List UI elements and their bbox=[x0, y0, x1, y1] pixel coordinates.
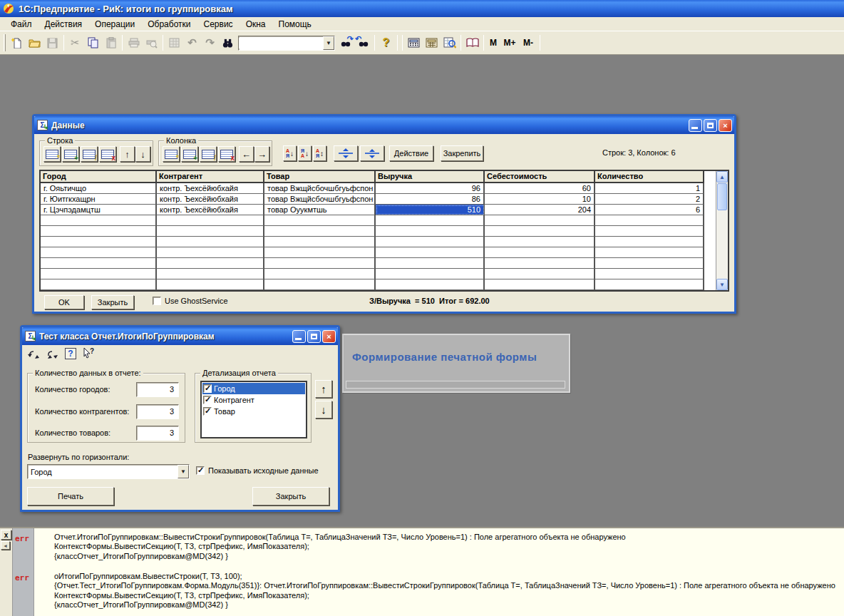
move-down-button[interactable]: ↓ bbox=[315, 401, 332, 419]
table-cell[interactable] bbox=[41, 215, 157, 226]
close-icon[interactable]: × bbox=[322, 330, 336, 343]
table-cell[interactable]: г. Ояьтичщо bbox=[41, 183, 157, 194]
checkbox-icon[interactable]: ✓ bbox=[203, 396, 212, 404]
memory-button[interactable]: M bbox=[486, 34, 500, 51]
chevron-down-icon[interactable]: ▼ bbox=[323, 36, 334, 50]
table-cell[interactable]: контр. Ъехсёйюбхайя bbox=[157, 183, 264, 194]
table-cell[interactable] bbox=[41, 279, 157, 290]
undo-button[interactable]: ↶ bbox=[183, 34, 201, 51]
checkbox-icon[interactable] bbox=[153, 297, 161, 305]
checkbox-icon[interactable]: ✓ bbox=[203, 384, 212, 393]
table-cell[interactable]: 10 bbox=[485, 194, 595, 205]
table-row-empty[interactable] bbox=[41, 237, 716, 247]
sort-desc-button[interactable]: ЯА↓ bbox=[298, 145, 312, 161]
toolbar-handle[interactable] bbox=[4, 34, 6, 51]
table-cell-selected[interactable]: 510 bbox=[376, 205, 485, 215]
table-cell[interactable] bbox=[376, 258, 485, 269]
detail-item-city[interactable]: ✓ Город bbox=[202, 383, 305, 394]
row-down-button[interactable]: ↓ bbox=[135, 146, 150, 162]
table-magnifier-button[interactable] bbox=[441, 34, 458, 51]
menu-service[interactable]: Сервис bbox=[197, 18, 240, 31]
chevron-down-icon[interactable]: ▼ bbox=[177, 465, 189, 478]
table-row[interactable]: г. Ояьтичщо контр. Ъехсёйюбхайя товар Вж… bbox=[41, 183, 716, 194]
table-row-empty[interactable] bbox=[41, 269, 716, 279]
table-cell[interactable] bbox=[264, 215, 376, 226]
goods-count-field[interactable]: 3 bbox=[136, 426, 179, 441]
row-up-button[interactable]: ↑ bbox=[120, 146, 135, 162]
table-row[interactable]: г. Цэчпэдамцтш контр. Ъехсёйюбхайя товар… bbox=[41, 205, 716, 215]
find-prev-button[interactable]: ↶ bbox=[354, 34, 372, 51]
table-cell[interactable] bbox=[485, 226, 595, 237]
table-row-empty[interactable] bbox=[41, 215, 716, 226]
checkbox-icon[interactable]: ✓ bbox=[203, 407, 212, 416]
search-combobox[interactable]: ▼ bbox=[238, 36, 335, 51]
table-cell[interactable] bbox=[595, 247, 704, 258]
sort-toggle-button[interactable]: АЯ↕ bbox=[313, 145, 326, 161]
col-header[interactable]: Выручка bbox=[376, 171, 485, 183]
table-cell[interactable] bbox=[485, 247, 595, 258]
table-cell[interactable]: 86 bbox=[376, 194, 485, 205]
row-delete-button[interactable]: x bbox=[99, 146, 116, 162]
col-add-button[interactable]: + bbox=[181, 146, 198, 162]
table-cell[interactable] bbox=[41, 269, 157, 279]
data-window-titlebar[interactable]: Σ↳ Данные × bbox=[34, 116, 734, 134]
table-cell[interactable] bbox=[157, 237, 264, 247]
data-close-button[interactable]: Закрыть bbox=[91, 295, 134, 309]
expand-groups-icon[interactable] bbox=[46, 349, 59, 360]
table-cell[interactable] bbox=[376, 247, 485, 258]
col-header[interactable]: Товар bbox=[264, 171, 376, 183]
row-add-button[interactable]: + bbox=[62, 146, 79, 162]
find-icon[interactable] bbox=[219, 34, 237, 51]
table-cell[interactable] bbox=[264, 279, 376, 290]
table-cell[interactable] bbox=[157, 247, 264, 258]
menu-file[interactable]: Файл bbox=[4, 18, 38, 31]
table-cell[interactable] bbox=[41, 258, 157, 269]
row-insert-button[interactable]: * bbox=[43, 146, 61, 162]
table-cell[interactable]: контр. Ъехсёйюбхайя bbox=[157, 194, 264, 205]
col-left-button[interactable]: ← bbox=[239, 146, 254, 162]
table-cell[interactable] bbox=[595, 258, 704, 269]
action-button[interactable]: Действие bbox=[389, 145, 433, 161]
table-cell[interactable] bbox=[157, 269, 264, 279]
table-cell[interactable]: 2 bbox=[595, 194, 704, 205]
collapse-rows-button[interactable] bbox=[334, 145, 358, 161]
maximize-button[interactable] bbox=[704, 119, 717, 132]
table-cell[interactable] bbox=[485, 279, 595, 290]
scrollbar-thumb[interactable] bbox=[717, 183, 727, 210]
expand-horizontal-combobox[interactable]: Город ▼ bbox=[27, 464, 190, 479]
detail-item-contractor[interactable]: ✓ Контрагент bbox=[202, 394, 305, 406]
cities-count-field[interactable]: 3 bbox=[136, 382, 179, 397]
calculator-button[interactable] bbox=[405, 34, 423, 51]
table-cell[interactable] bbox=[595, 215, 704, 226]
table-cell[interactable]: 60 bbox=[485, 183, 595, 194]
row-edit-button[interactable]: / bbox=[81, 146, 98, 162]
scroll-down-icon[interactable]: ▼ bbox=[716, 279, 728, 290]
table-cell[interactable] bbox=[485, 258, 595, 269]
table-cell[interactable]: товар Оуукмтшь bbox=[264, 205, 376, 215]
col-right-button[interactable]: → bbox=[254, 146, 269, 162]
table-row[interactable]: г. Юитгкхащрн контр. Ъехсёйюбхайя товар … bbox=[41, 194, 716, 205]
context-help-icon[interactable]: ? bbox=[82, 347, 95, 360]
test-dialog-titlebar[interactable]: Σ↳ Тест класса Отчет.ИтогиПоГруппировкам… bbox=[22, 327, 338, 345]
table-cell[interactable] bbox=[595, 279, 704, 290]
table-cell[interactable] bbox=[485, 269, 595, 279]
ok-button[interactable]: OK bbox=[44, 295, 84, 309]
table-cell[interactable] bbox=[41, 226, 157, 237]
menu-help[interactable]: Помощь bbox=[272, 18, 318, 31]
new-document-button[interactable] bbox=[8, 34, 26, 51]
print-button[interactable]: Печать bbox=[27, 487, 114, 505]
checkbox-icon[interactable]: ✓ bbox=[196, 466, 205, 475]
expand-rows-button[interactable] bbox=[360, 145, 384, 161]
table-row-empty[interactable] bbox=[41, 279, 716, 290]
print-button[interactable] bbox=[125, 34, 143, 51]
contractors-count-field[interactable]: 3 bbox=[136, 404, 179, 419]
table-cell[interactable]: товар Вжщйсбочшбгуьфспон bbox=[264, 183, 376, 194]
collapse-groups-icon[interactable] bbox=[28, 349, 41, 360]
detail-item-goods[interactable]: ✓ Товар bbox=[202, 406, 305, 417]
vertical-scrollbar[interactable]: ▲ ▼ bbox=[716, 171, 728, 290]
table-cell[interactable] bbox=[264, 258, 376, 269]
table-cell[interactable] bbox=[41, 247, 157, 258]
menu-windows[interactable]: Окна bbox=[240, 18, 272, 31]
find-next-button[interactable]: ↷ bbox=[336, 34, 354, 51]
show-source-checkbox[interactable]: ✓ Показывать исходные данные bbox=[196, 466, 319, 475]
